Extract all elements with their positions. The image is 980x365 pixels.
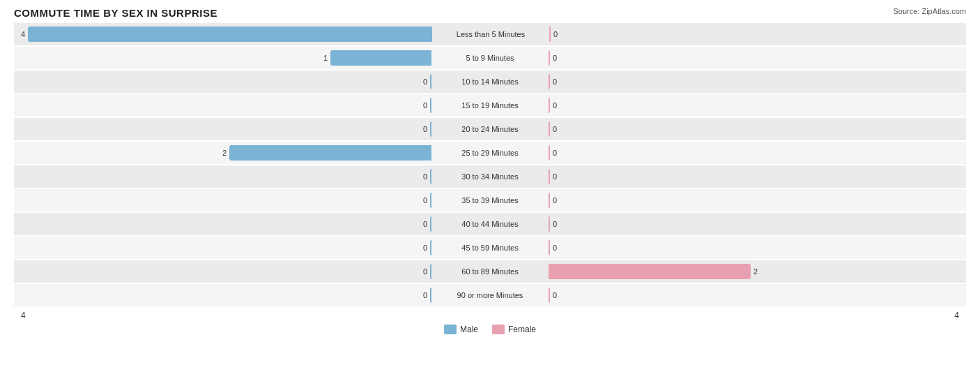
female-bar (549, 240, 550, 255)
left-section: 0 (14, 216, 434, 232)
row-label: 25 to 29 Minutes (434, 149, 546, 157)
male-bar (430, 121, 431, 137)
row-label: 15 to 19 Minutes (434, 101, 546, 110)
male-value: 0 (416, 101, 427, 110)
left-section: 0 (14, 288, 434, 303)
table-row: 4 Less than 5 Minutes 0 (14, 23, 966, 47)
rows-area: 4 Less than 5 Minutes 0 1 5 to 9 Minutes… (14, 23, 966, 308)
right-section: 2 (546, 264, 966, 279)
table-row: 0 30 to 34 Minutes 0 (14, 165, 966, 189)
female-bar (549, 27, 551, 42)
male-value: 1 (316, 54, 328, 62)
female-label: Female (508, 325, 536, 334)
axis-row: 4 4 (14, 311, 966, 320)
male-value: 0 (416, 244, 427, 252)
left-section: 1 (14, 50, 434, 66)
table-row: 1 5 to 9 Minutes 0 (14, 47, 966, 70)
table-row: 0 60 to 89 Minutes 2 (14, 260, 966, 284)
table-row: 0 90 or more Minutes 0 (14, 284, 966, 308)
table-row: 0 15 to 19 Minutes 0 (14, 94, 966, 118)
female-bar (549, 50, 550, 66)
female-bar (549, 169, 550, 184)
male-bar (430, 74, 431, 89)
table-row: 2 25 to 29 Minutes 0 (14, 142, 966, 165)
male-value: 4 (14, 30, 25, 38)
right-section: 0 (546, 50, 966, 66)
right-section: 0 (546, 216, 966, 232)
female-bar (549, 288, 550, 303)
male-bar (330, 50, 431, 66)
female-value: 0 (553, 149, 564, 157)
right-section: 0 (546, 288, 966, 303)
male-value: 0 (416, 196, 427, 204)
female-bar (549, 121, 550, 137)
male-bar (430, 193, 431, 208)
male-value: 2 (215, 149, 227, 157)
male-swatch (444, 325, 457, 334)
row-label: Less than 5 Minutes (435, 30, 546, 38)
male-value: 0 (416, 77, 427, 86)
male-value: 0 (416, 172, 427, 181)
row-label: 45 to 59 Minutes (434, 244, 546, 252)
left-section: 0 (14, 121, 434, 137)
row-label: 20 to 24 Minutes (434, 125, 546, 133)
left-section: 0 (14, 74, 434, 89)
right-section: 0 (546, 193, 966, 208)
male-value: 0 (416, 220, 427, 228)
female-value: 0 (553, 220, 564, 228)
row-label: 30 to 34 Minutes (434, 172, 546, 181)
legend-row: Male Female (14, 325, 966, 334)
female-value: 0 (553, 101, 564, 110)
male-label: Male (460, 325, 478, 334)
male-bar (430, 98, 431, 113)
left-section: 0 (14, 98, 434, 113)
row-label: 35 to 39 Minutes (434, 196, 546, 204)
axis-left: 4 (14, 311, 436, 320)
female-value: 0 (553, 77, 564, 86)
female-value: 0 (553, 30, 565, 38)
row-label: 10 to 14 Minutes (434, 77, 546, 86)
female-bar (549, 216, 550, 232)
right-section: 0 (546, 74, 966, 89)
chart-container: COMMUTE TIME BY SEX IN SURPRISE Source: … (0, 0, 980, 365)
female-swatch (492, 325, 505, 334)
male-bar (229, 145, 431, 161)
axis-right: 4 (544, 311, 966, 320)
male-bar (430, 240, 431, 255)
female-value: 2 (753, 267, 765, 276)
row-label: 60 to 89 Minutes (434, 267, 546, 276)
female-bar (549, 74, 550, 89)
legend-male: Male (444, 325, 478, 334)
male-bar (430, 288, 431, 303)
female-value: 0 (553, 172, 564, 181)
male-bar (430, 264, 431, 279)
left-section: 0 (14, 240, 434, 255)
right-section: 0 (546, 145, 966, 161)
female-value: 0 (553, 125, 564, 133)
source-label: Source: ZipAtlas.com (893, 7, 966, 15)
right-section: 0 (546, 240, 966, 255)
female-bar (549, 145, 550, 161)
male-bar (430, 216, 431, 232)
legend-female: Female (492, 325, 536, 334)
table-row: 0 20 to 24 Minutes 0 (14, 118, 966, 142)
male-bar (430, 169, 431, 184)
left-section: 0 (14, 193, 434, 208)
female-bar (549, 264, 751, 279)
female-value: 0 (553, 244, 564, 252)
chart-title: COMMUTE TIME BY SEX IN SURPRISE (14, 7, 966, 19)
female-value: 0 (553, 54, 564, 62)
row-label: 90 or more Minutes (434, 291, 546, 299)
male-value: 0 (416, 267, 427, 276)
male-value: 0 (416, 291, 427, 299)
row-label: 5 to 9 Minutes (434, 54, 546, 62)
right-section: 0 (546, 121, 966, 137)
female-value: 0 (553, 291, 564, 299)
table-row: 0 35 to 39 Minutes 0 (14, 189, 966, 213)
female-bar (549, 193, 550, 208)
right-section: 0 (546, 27, 966, 42)
right-section: 0 (546, 169, 966, 184)
left-section: 2 (14, 145, 434, 161)
male-value: 0 (416, 125, 427, 133)
left-section: 0 (14, 264, 434, 279)
